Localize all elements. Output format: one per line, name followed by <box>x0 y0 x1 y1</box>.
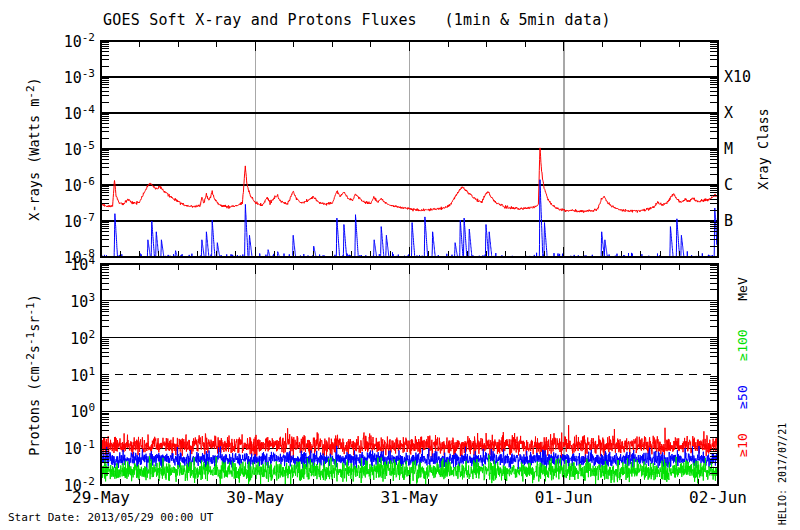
y-axis-title: Protons (cm-2s-1sr-1) <box>24 294 43 456</box>
chart-title: GOES Soft X-ray and Protons Fluxes (1min… <box>103 11 611 29</box>
y-axis-title: X-rays (Watts m-2) <box>24 77 43 220</box>
x-axis-label: 01-Jun <box>519 488 609 507</box>
y-tick-label: 103 <box>70 291 95 311</box>
xray-class-label: X <box>724 104 733 122</box>
proton-energy-label: ≥50 <box>735 386 750 409</box>
x-axis-label: 30-May <box>210 488 300 507</box>
credit-note: HELIO: 2017/07/21 <box>777 423 788 525</box>
xray-class-label: X10 <box>724 68 751 86</box>
plot-svg <box>0 0 800 530</box>
y-tick-label: 10-1 <box>64 438 95 458</box>
y-tick-label: 10-6 <box>64 175 95 195</box>
xray-class-label: B <box>724 212 733 230</box>
y-tick-label: 10-4 <box>64 103 95 123</box>
proton-energy-label: ≥100 <box>735 329 750 360</box>
proton-energy-label: ≥10 <box>735 433 750 456</box>
start-date-note: Start Date: 2013/05/29 00:00 UT <box>8 511 213 524</box>
y-tick-label: 102 <box>70 328 95 348</box>
y-tick-label: 10-3 <box>64 67 95 87</box>
x-axis-label: 02-Jun <box>673 488 763 507</box>
y-tick-label: 10-2 <box>64 31 95 51</box>
xray-class-label: M <box>724 140 733 158</box>
y-tick-label: 101 <box>70 365 95 385</box>
y-tick-label: 100 <box>70 401 95 421</box>
xray-class-label: C <box>724 176 733 194</box>
y-tick-label: 104 <box>70 254 95 274</box>
right-axis-title: Xray Class <box>755 108 771 189</box>
x-axis-label: 29-May <box>56 488 146 507</box>
goes-flux-chart: GOES Soft X-ray and Protons Fluxes (1min… <box>0 0 800 530</box>
right-axis-title: MeV <box>735 277 750 300</box>
y-tick-label: 10-5 <box>64 139 95 159</box>
y-tick-label: 10-7 <box>64 211 95 231</box>
x-axis-label: 31-May <box>365 488 455 507</box>
